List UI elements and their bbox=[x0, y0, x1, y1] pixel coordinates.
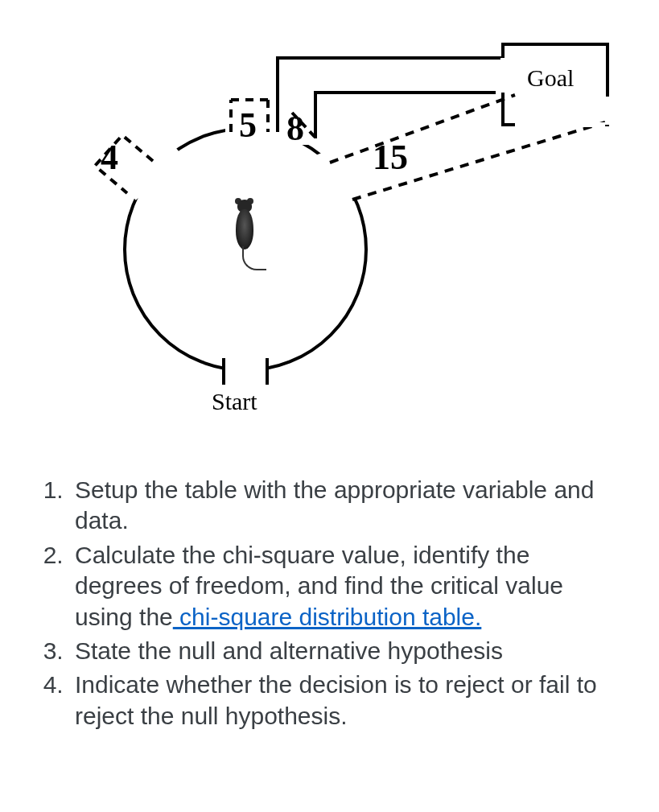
question-1-text: Setup the table with the appropriate var… bbox=[75, 476, 594, 534]
question-4-text: Indicate whether the decision is to reje… bbox=[75, 671, 597, 728]
maze-diagram: 4 5 8 15 Goal Start bbox=[0, 0, 659, 451]
maze-value-1: 4 bbox=[101, 137, 118, 178]
maze-value-4: 15 bbox=[373, 137, 408, 178]
question-list: Setup the table with the appropriate var… bbox=[36, 475, 623, 732]
goal-label: Goal bbox=[527, 64, 574, 92]
maze-value-3: 8 bbox=[286, 108, 304, 149]
rat-icon bbox=[229, 200, 262, 272]
question-2: Calculate the chi-square value, identify… bbox=[70, 540, 623, 633]
start-label: Start bbox=[212, 388, 257, 415]
svg-rect-1 bbox=[224, 354, 267, 386]
question-4: Indicate whether the decision is to reje… bbox=[70, 670, 623, 732]
question-2-link-text: chi-square distribution table. bbox=[173, 604, 482, 630]
chi-square-table-link[interactable]: chi-square distribution table. bbox=[173, 604, 482, 630]
question-1: Setup the table with the appropriate var… bbox=[70, 475, 623, 537]
maze-value-2: 5 bbox=[239, 105, 257, 146]
question-3: State the null and alternative hypothesi… bbox=[70, 636, 623, 666]
question-3-text: State the null and alternative hypothesi… bbox=[75, 637, 503, 664]
question-content: Setup the table with the appropriate var… bbox=[0, 451, 659, 732]
